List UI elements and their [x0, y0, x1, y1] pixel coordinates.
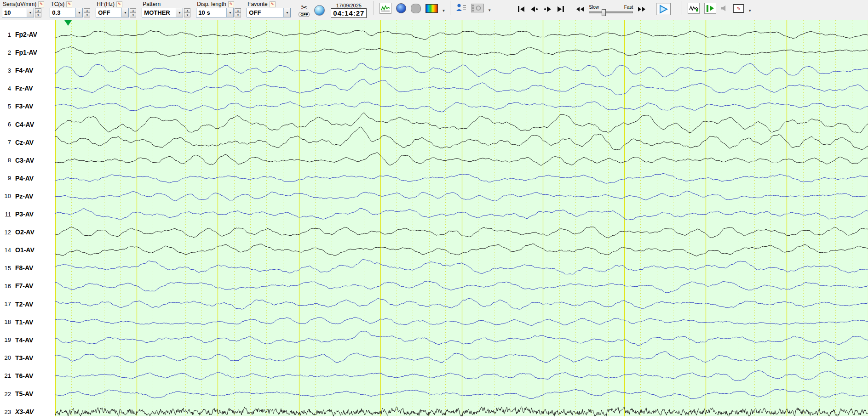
wave-check-button[interactable] — [379, 3, 391, 14]
speed-slider-track[interactable] — [589, 11, 633, 13]
cut-off-badge: OFF — [299, 12, 310, 17]
analysis-caret-icon[interactable]: ▼ — [442, 9, 445, 14]
gray-map-button[interactable] — [411, 4, 421, 13]
channel-row[interactable]: 12 O2-AV — [0, 228, 55, 236]
hf-edit-icon[interactable]: ✎ — [116, 1, 122, 7]
channel-label: C4-AV — [15, 121, 34, 128]
eeg-canvas[interactable] — [55, 20, 868, 416]
channel-row[interactable]: 16 F7-AV — [0, 282, 55, 290]
favorite-combo-arrow-icon[interactable]: ▼ — [283, 8, 290, 17]
channel-label: T4-AV — [15, 336, 33, 344]
speaker-button[interactable] — [721, 5, 728, 11]
video-caret-icon[interactable]: ▼ — [488, 8, 491, 13]
channel-row[interactable]: 20 T3-AV — [0, 354, 55, 362]
channel-row[interactable]: 19 T4-AV — [0, 336, 55, 344]
hf-value: OFF — [96, 9, 121, 16]
hf-combo-arrow-icon[interactable]: ▼ — [121, 8, 128, 17]
sens-combo-arrow-icon[interactable]: ▼ — [27, 8, 34, 17]
hf-combobox[interactable]: OFF ▼ — [96, 8, 129, 17]
channel-row[interactable]: 8 C3-AV — [0, 156, 55, 165]
disp-length-edit-icon[interactable]: ✎ — [228, 1, 234, 7]
pattern-combobox[interactable]: MOTHER ▼ — [142, 8, 183, 17]
sens-combobox[interactable]: 10 ▼ — [2, 8, 34, 17]
channel-row[interactable]: 5 F3-AV — [0, 102, 55, 110]
channel-row[interactable]: 21 T6-AV — [0, 372, 55, 380]
pattern-spin-down-icon[interactable]: ▼ — [184, 13, 190, 17]
tc-edit-icon[interactable]: ✎ — [66, 1, 72, 7]
live-wave-button[interactable] — [704, 3, 716, 14]
wave-mode-button[interactable] — [688, 3, 700, 14]
toolbar-separator — [374, 1, 374, 15]
channel-number: 18 — [0, 318, 11, 325]
step-back-button[interactable] — [531, 6, 538, 12]
hf-spin-up-icon[interactable]: ▲ — [130, 8, 136, 13]
channel-label: T5-AV — [15, 390, 33, 397]
channel-number: 1 — [0, 31, 11, 38]
skip-to-start-button[interactable] — [518, 6, 524, 12]
spectrum-button[interactable] — [425, 4, 438, 13]
channel-row[interactable]: 11 P3-AV — [0, 210, 55, 218]
favorite-edit-icon[interactable]: ✎ — [270, 1, 276, 7]
step-back-icon — [531, 6, 535, 12]
disp-length-spin-up-icon[interactable]: ▲ — [235, 8, 241, 13]
channel-number: 14 — [0, 247, 11, 254]
channel-label: Cz-AV — [15, 139, 34, 146]
channel-row[interactable]: 4 Fz-AV — [0, 84, 55, 92]
pattern-value: MOTHER — [142, 9, 176, 16]
fast-forward-button[interactable] — [638, 7, 645, 11]
channel-row[interactable]: 22 T5-AV — [0, 390, 55, 398]
channel-row[interactable]: 17 T2-AV — [0, 300, 55, 308]
favorite-combobox[interactable]: OFF ▼ — [247, 8, 291, 17]
play-button[interactable] — [656, 3, 671, 15]
channel-label: F7-AV — [15, 282, 33, 289]
sens-edit-icon[interactable]: ✎ — [38, 1, 44, 7]
cut-button[interactable]: ✂ OFF — [299, 4, 310, 17]
channel-label: Fp1-AV — [15, 49, 37, 56]
review-monitor-icon: ✎ — [733, 4, 744, 13]
channel-row[interactable]: 3 F4-AV — [0, 66, 55, 74]
channel-row[interactable]: 14 O1-AV — [0, 246, 55, 254]
channel-row[interactable]: 18 T1-AV — [0, 318, 55, 326]
sens-spin-down-icon[interactable]: ▼ — [35, 13, 41, 17]
video-button[interactable] — [471, 4, 484, 12]
favorite-control: Favorite ✎ OFF ▼ — [247, 1, 291, 17]
position-marker[interactable] — [64, 20, 72, 26]
patient-info-button[interactable] — [456, 3, 466, 13]
channel-number: 9 — [0, 175, 11, 182]
hf-control: HF(Hz) ✎ OFF ▼ ▲ ▼ — [96, 1, 136, 17]
sens-spin-up-icon[interactable]: ▲ — [35, 8, 41, 13]
channel-row[interactable]: 10 Pz-AV — [0, 192, 55, 200]
tc-combo-arrow-icon[interactable]: ▼ — [75, 8, 82, 17]
disp-length-spinner: ▲ ▼ — [235, 8, 241, 17]
tc-combobox[interactable]: 0.3 ▼ — [50, 8, 83, 17]
rewind-icon — [576, 7, 580, 11]
speed-slider-thumb[interactable] — [602, 9, 606, 16]
hf-spin-down-icon[interactable]: ▼ — [130, 13, 136, 17]
right-tools-caret-icon[interactable]: ▼ — [748, 9, 752, 14]
toolbar-separator — [682, 1, 682, 15]
topo-map-button[interactable] — [396, 3, 406, 13]
pattern-combo-arrow-icon[interactable]: ▼ — [176, 8, 183, 17]
channel-row[interactable]: 23 X3-AV — [0, 408, 55, 416]
step-forward-button[interactable] — [544, 6, 551, 12]
channel-row[interactable]: 1 Fp2-AV — [0, 30, 55, 39]
review-monitor-button[interactable]: ✎ — [733, 4, 744, 13]
disp-length-combo-arrow-icon[interactable]: ▼ — [226, 8, 233, 17]
bottom-strip — [0, 416, 868, 420]
disp-length-spin-down-icon[interactable]: ▼ — [235, 13, 241, 17]
patient-info-icon — [456, 3, 466, 13]
channel-row[interactable]: 15 F8-AV — [0, 264, 55, 272]
map-button[interactable] — [314, 5, 325, 16]
tc-spin-up-icon[interactable]: ▲ — [84, 8, 90, 13]
channel-row[interactable]: 6 C4-AV — [0, 120, 55, 129]
skip-to-start-icon — [518, 6, 519, 12]
channel-row[interactable]: 2 Fp1-AV — [0, 48, 55, 57]
skip-to-end-button[interactable] — [558, 6, 564, 12]
rewind-button[interactable] — [576, 7, 584, 11]
tc-spin-down-icon[interactable]: ▼ — [84, 13, 90, 17]
pattern-spin-up-icon[interactable]: ▲ — [184, 8, 190, 13]
tc-control: TC(s) ✎ 0.3 ▼ ▲ ▼ — [50, 1, 90, 17]
channel-row[interactable]: 9 P4-AV — [0, 174, 55, 182]
disp-length-combobox[interactable]: 10 s ▼ — [196, 8, 234, 17]
channel-row[interactable]: 7 Cz-AV — [0, 138, 55, 147]
